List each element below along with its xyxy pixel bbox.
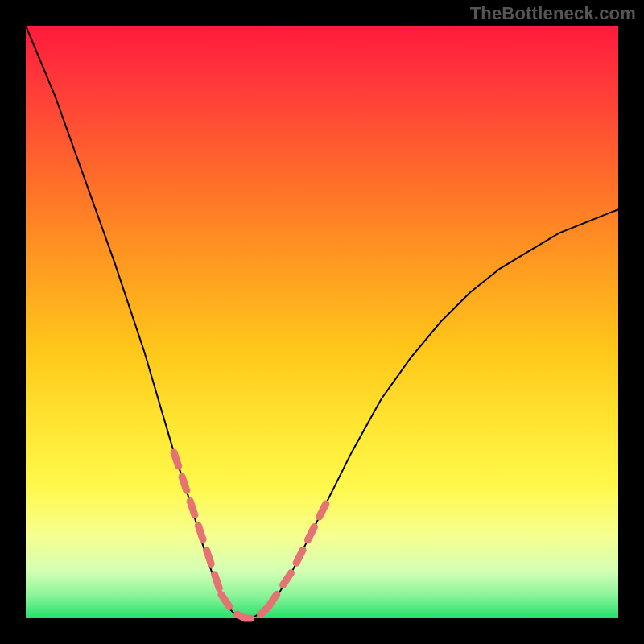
- watermark-text: TheBottleneck.com: [470, 3, 636, 24]
- trough-dashes: [221, 595, 269, 618]
- curve-layer: [26, 26, 618, 618]
- chart-container: TheBottleneck.com: [0, 0, 644, 644]
- left-descent-dashes: [174, 452, 221, 595]
- right-ascent-dashes: [269, 500, 328, 607]
- plot-area: [26, 26, 618, 618]
- bottleneck-curve: [26, 26, 618, 618]
